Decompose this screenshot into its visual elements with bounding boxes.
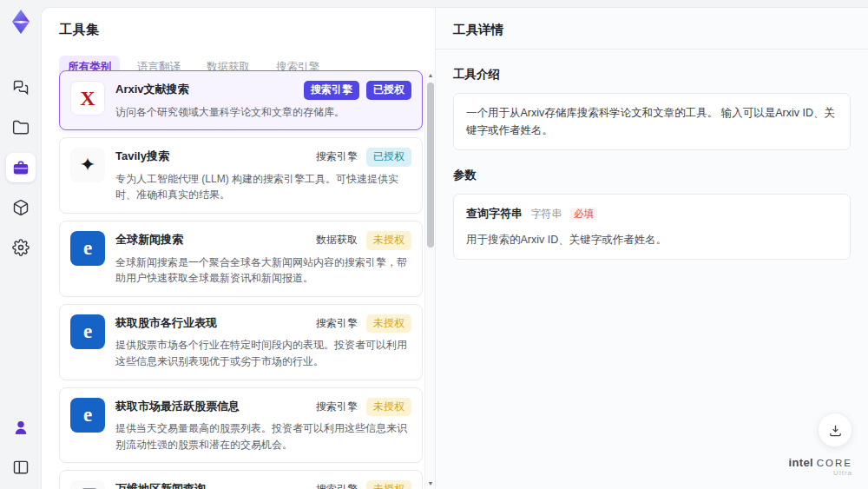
- gear-icon: [12, 239, 30, 256]
- auth-badge: 未授权: [366, 398, 411, 417]
- intro-text: 一个用于从Arxiv存储库搜索科学论文和文章的工具。 输入可以是Arxiv ID…: [466, 107, 835, 136]
- tool-name: 全球新闻搜索: [115, 231, 183, 248]
- brand-core: CORE: [817, 458, 852, 468]
- auth-badge: 未授权: [366, 314, 411, 334]
- brand-intel: intel: [789, 456, 813, 469]
- tool-desc: 全球新闻搜索是一个聚合全球各大新闻网站内容的搜索引擎，帮助用户快速获取全球最新资…: [115, 254, 411, 287]
- category-badge: 数据获取: [314, 231, 359, 250]
- tool-desc: 专为人工智能代理 (LLM) 构建的搜索引擎工具。可快速提供实时、准确和真实的结…: [115, 171, 411, 203]
- tool-list-pane: 工具集 所有类别 语言翻译 数据获取 搜索引擎 X Arxiv文献搜索 搜索引擎…: [42, 8, 435, 489]
- list-scrollbar[interactable]: ▲ ▼: [424, 70, 435, 489]
- detail-title: 工具详情: [453, 22, 851, 38]
- folder-icon: [12, 119, 30, 136]
- tool-name: 万维地区新闻查询: [115, 480, 206, 489]
- news-e-logo-icon: e: [70, 231, 105, 266]
- tool-card-arxiv[interactable]: X Arxiv文献搜索 搜索引擎 已授权 访问各个研究领域大量科学论文和文章的存…: [59, 70, 423, 130]
- download-icon: [828, 423, 843, 438]
- detail-header: 工具详情: [436, 8, 868, 50]
- tool-card-sector-performance[interactable]: e 获取股市各行业表现 搜索引擎 未授权 提供股票市场各个行业在特定时间段内的表…: [59, 304, 423, 380]
- tool-card-tavily[interactable]: ✦ Tavily搜索 搜索引擎 已授权 专为人工智能代理 (LLM) 构建的搜索…: [59, 137, 423, 214]
- tool-name: 获取股市各行业表现: [115, 314, 217, 331]
- left-rail: [0, 0, 41, 489]
- tool-list: X Arxiv文献搜索 搜索引擎 已授权 访问各个研究领域大量科学论文和文章的存…: [59, 70, 423, 489]
- auth-badge: 未授权: [366, 480, 411, 489]
- auth-badge: 已授权: [366, 81, 411, 100]
- intel-core-logo: intel CORE Ultra: [789, 454, 852, 477]
- tool-desc: 提供当天交易量最高的股票列表。投资者可以利用这些信息来识别流动性强的股票和潜在的…: [115, 420, 411, 453]
- auth-badge: 未授权: [366, 231, 411, 250]
- sidebar-item-chat[interactable]: [6, 73, 36, 102]
- news-e-logo-icon: e: [70, 314, 105, 349]
- sidebar-item-packages[interactable]: [6, 193, 36, 222]
- panel-toggle-icon: [12, 459, 30, 476]
- intro-heading: 工具介绍: [453, 67, 851, 83]
- sidebar-item-tools[interactable]: [6, 153, 36, 182]
- param-card: 查询字符串 字符串 必填 用于搜索的Arxiv ID、关键字或作者姓名。: [453, 194, 851, 260]
- scrollbar-thumb[interactable]: [427, 83, 434, 248]
- tool-detail-pane: 工具详情 工具介绍 一个用于从Arxiv存储库搜索科学论文和文章的工具。 输入可…: [435, 8, 868, 489]
- category-badge: 搜索引擎: [314, 148, 359, 167]
- chat-icon: [12, 79, 30, 96]
- category-badge: 搜索引擎: [314, 480, 359, 489]
- params-heading: 参数: [453, 168, 851, 183]
- workspace: 工具集 所有类别 语言翻译 数据获取 搜索引擎 X Arxiv文献搜索 搜索引擎…: [41, 7, 868, 489]
- sidebar-item-account[interactable]: [6, 413, 36, 442]
- tool-name: Arxiv文献搜索: [115, 81, 189, 97]
- arxiv-logo-icon: X: [70, 81, 105, 116]
- app-logo-icon: [6, 7, 36, 36]
- user-icon: [12, 419, 30, 436]
- param-required-badge: 必填: [570, 208, 597, 220]
- newspaper-icon: [70, 480, 105, 489]
- param-desc: 用于搜索的Arxiv ID、关键字或作者姓名。: [466, 231, 838, 248]
- tool-name: Tavily搜索: [115, 148, 169, 164]
- category-badge: 搜索引擎: [314, 314, 359, 334]
- sidebar-item-settings[interactable]: [6, 233, 36, 262]
- download-button[interactable]: [818, 413, 852, 447]
- brand-ultra: Ultra: [789, 469, 852, 477]
- tool-card-global-news[interactable]: e 全球新闻搜索 数据获取 未授权 全球新闻搜索是一个聚合全球各大新闻网站内容的…: [59, 221, 423, 297]
- sidebar-item-files[interactable]: [6, 113, 36, 142]
- tool-name: 获取市场最活跃股票信息: [115, 398, 240, 414]
- tool-desc: 提供股票市场各个行业在特定时间段内的表现。投资者可以利用这些信息来识别表现优于或…: [115, 337, 411, 369]
- tool-card-regional-news[interactable]: 万维地区新闻查询 搜索引擎 未授权 查询具体行政区划内的新闻，快速了解各地新闻动: [59, 470, 423, 489]
- category-badge: 搜索引擎: [314, 398, 359, 417]
- category-badge: 搜索引擎: [304, 81, 359, 100]
- tool-card-active-stocks[interactable]: e 获取市场最活跃股票信息 搜索引擎 未授权 提供当天交易量最高的股票列表。投资…: [59, 387, 423, 464]
- toolbox-icon: [12, 159, 30, 176]
- sidebar-item-panel-toggle[interactable]: [6, 453, 36, 482]
- auth-badge: 已授权: [366, 148, 411, 167]
- page-title: 工具集: [59, 22, 435, 38]
- param-name: 查询字符串: [466, 207, 523, 220]
- tavily-star-icon: ✦: [70, 148, 105, 182]
- tool-desc: 访问各个研究领域大量科学论文和文章的存储库。: [115, 104, 411, 121]
- package-icon: [12, 199, 30, 216]
- param-type: 字符串: [530, 208, 562, 220]
- news-e-logo-icon: e: [70, 398, 105, 433]
- intro-card: 一个用于从Arxiv存储库搜索科学论文和文章的工具。 输入可以是Arxiv ID…: [453, 93, 851, 150]
